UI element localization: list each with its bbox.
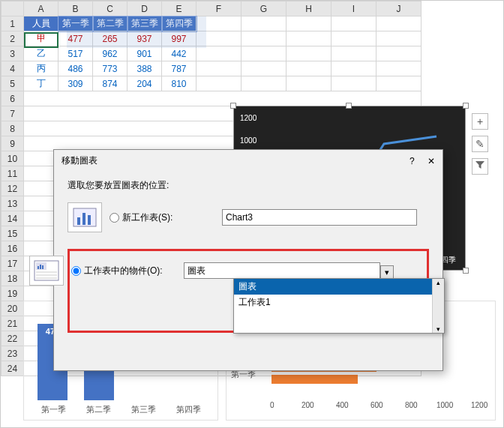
cell-c5[interactable]: 874	[93, 76, 128, 91]
bar-cat-q1: 第一季	[34, 404, 72, 415]
hbar-1b	[272, 375, 358, 384]
row-header-2[interactable]: 2	[2, 31, 24, 46]
row-header-4[interactable]: 4	[2, 61, 24, 76]
chart-handle[interactable]	[346, 103, 352, 109]
chart-filter-button[interactable]	[472, 158, 488, 175]
dropdown-option-sheet1[interactable]: 工作表1	[234, 295, 444, 310]
new-sheet-icon	[68, 202, 102, 232]
hx-1200: 1200	[471, 401, 488, 409]
cell-c3[interactable]: 962	[93, 46, 128, 61]
radio-new-sheet-label: 新工作表(S):	[122, 211, 172, 224]
svg-rect-1	[77, 217, 80, 225]
hx-600: 600	[370, 401, 383, 409]
row-header-3[interactable]: 3	[2, 46, 24, 61]
dropdown-toggle-button[interactable]: ▾	[380, 265, 394, 279]
new-sheet-name-input[interactable]	[222, 209, 417, 226]
filter-icon	[475, 160, 485, 170]
table-header-q2[interactable]: 第二季	[93, 16, 128, 31]
bar-cat-q4: 第四季	[170, 404, 207, 415]
scroll-down-icon[interactable]: ▾	[433, 325, 444, 333]
radio-new-sheet[interactable]: 新工作表(S):	[110, 211, 214, 224]
col-header-g[interactable]: G	[242, 1, 286, 16]
radio-new-sheet-input[interactable]	[110, 213, 119, 223]
cell-a2[interactable]: 甲	[24, 31, 58, 46]
chart-handle[interactable]	[463, 268, 469, 274]
chart-sheet-icon	[72, 207, 98, 228]
embedded-chart-icon	[34, 260, 59, 281]
cell-c4[interactable]: 773	[93, 61, 128, 76]
bar-cat-q2: 第二季	[80, 404, 117, 415]
col-header-e[interactable]: E	[162, 1, 196, 16]
svg-rect-7	[40, 265, 41, 269]
scroll-up-icon[interactable]: ▴	[433, 279, 444, 286]
cell-b3[interactable]: 517	[58, 46, 93, 61]
sheet-select-display[interactable]	[184, 262, 380, 279]
select-all-cell[interactable]	[2, 1, 24, 16]
cell-b2[interactable]: 477	[58, 31, 93, 46]
cell-e4[interactable]: 787	[162, 61, 196, 76]
hx-800: 800	[405, 401, 418, 409]
hx-200: 200	[302, 401, 314, 409]
col-header-c[interactable]: C	[93, 1, 128, 16]
object-in-sheet-icon	[29, 256, 64, 286]
cell-a5[interactable]: 丁	[24, 76, 58, 91]
chart-plus-button[interactable]: +	[472, 113, 488, 130]
radio-object-input[interactable]	[71, 266, 81, 276]
col-header-b[interactable]: B	[58, 1, 93, 16]
cell-e2[interactable]: 997	[162, 31, 196, 46]
table-header-q3[interactable]: 第三季	[128, 16, 162, 31]
dialog-title: 移動圖表	[62, 154, 98, 167]
cell-b4[interactable]: 486	[58, 61, 93, 76]
svg-rect-2	[82, 213, 86, 225]
highlight-box: 工作表中的物件(O): ▾ 圖表 工作表1 ▴ ▾	[68, 249, 429, 333]
chart-handle[interactable]	[463, 103, 469, 109]
cell-e3[interactable]: 442	[162, 46, 196, 61]
cell-d2[interactable]: 937	[128, 31, 162, 46]
hx-400: 400	[336, 401, 349, 409]
col-header-d[interactable]: D	[128, 1, 162, 16]
table-header-person[interactable]: 人員	[24, 16, 58, 31]
table-header-q1[interactable]: 第一季	[58, 16, 93, 31]
hx-1000: 1000	[436, 401, 453, 409]
cell-c2[interactable]: 265	[93, 31, 128, 46]
table-header-q4[interactable]: 第四季	[162, 16, 196, 31]
dropdown-scrollbar[interactable]: ▴ ▾	[432, 279, 444, 333]
sheet-dropdown-list: 圖表 工作表1 ▴ ▾	[233, 278, 445, 334]
cell-a3[interactable]: 乙	[24, 46, 58, 61]
dialog-close-button[interactable]: ✕	[428, 156, 435, 166]
chart-handle[interactable]	[230, 103, 236, 109]
col-header-a[interactable]: A	[24, 1, 58, 16]
radio-object-label: 工作表中的物件(O):	[84, 265, 163, 277]
row-header-1[interactable]: 1	[2, 16, 24, 31]
svg-rect-3	[88, 215, 91, 225]
col-header-j[interactable]: J	[376, 1, 422, 16]
svg-rect-8	[42, 265, 44, 269]
dialog-prompt: 選取您要放置圖表的位置:	[68, 179, 429, 192]
row-header-5[interactable]: 5	[2, 76, 24, 91]
col-header-f[interactable]: F	[196, 1, 242, 16]
hx-0: 0	[270, 401, 274, 409]
line-xlabel-q4: 四季	[441, 255, 456, 265]
cell-d4[interactable]: 388	[128, 61, 162, 76]
cell-a4[interactable]: 丙	[24, 61, 58, 76]
cell-e5[interactable]: 810	[162, 76, 196, 91]
dialog-help-button[interactable]: ?	[410, 156, 415, 166]
cell-d3[interactable]: 901	[128, 46, 162, 61]
bar-cat-q3: 第三季	[124, 404, 162, 415]
col-header-i[interactable]: I	[332, 1, 376, 16]
cell-b5[interactable]: 309	[58, 76, 93, 91]
radio-object-in-sheet[interactable]: 工作表中的物件(O):	[71, 265, 176, 277]
svg-rect-6	[38, 266, 39, 269]
col-header-h[interactable]: H	[286, 1, 332, 16]
chart-brush-button[interactable]: ✎	[472, 136, 488, 152]
move-chart-dialog: 移動圖表 ? ✕ 選取您要放置圖表的位置: 新工作表(S):	[53, 149, 443, 371]
dropdown-option-chart[interactable]: 圖表	[234, 279, 444, 295]
cell-d5[interactable]: 204	[128, 76, 162, 91]
